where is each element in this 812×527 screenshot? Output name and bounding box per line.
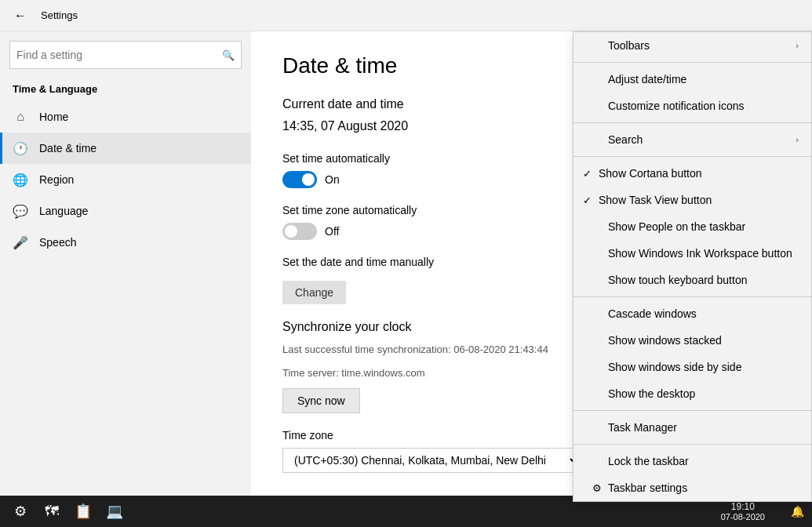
sidebar-item-region-label: Region <box>39 173 74 186</box>
context-menu-item-ink-btn[interactable]: Show Windows Ink Workspace button <box>573 240 811 267</box>
context-menu-item-search[interactable]: Search› <box>573 126 811 153</box>
menu-separator <box>573 122 811 123</box>
change-button[interactable]: Change <box>282 281 346 304</box>
context-menu-item-label: Show windows stacked <box>608 334 799 347</box>
app-title: Settings <box>41 9 78 21</box>
sidebar-item-region[interactable]: 🌐 Region <box>0 164 251 195</box>
context-menu-item-taskview-btn[interactable]: ✓Show Task View button <box>573 187 811 213</box>
time-auto-state: On <box>325 173 340 186</box>
title-bar: ← Settings <box>0 0 812 31</box>
context-menu-item-label: Show People on the taskbar <box>608 220 799 233</box>
taskbar-icon-2[interactable]: 🗺 <box>38 497 66 525</box>
sidebar-item-language[interactable]: 💬 Language <box>0 195 251 227</box>
back-icon: ← <box>14 9 27 23</box>
back-button[interactable]: ← <box>9 5 31 27</box>
timezone-auto-state: Off <box>325 225 339 238</box>
sidebar-section-label: Time & Language <box>0 78 251 101</box>
context-menu-item-label: Show touch keyboard button <box>608 274 799 286</box>
language-icon: 💬 <box>13 203 28 219</box>
context-menu-item-label: Show Task View button <box>599 194 799 206</box>
clock-icon: 🕐 <box>13 140 28 156</box>
timezone-select[interactable]: (UTC+05:30) Chennai, Kolkata, Mumbai, Ne… <box>282 448 581 473</box>
taskbar-clock: 19:10 <box>721 501 765 512</box>
menu-separator <box>573 296 811 297</box>
taskbar-icon-4[interactable]: 💻 <box>100 497 129 525</box>
sync-button[interactable]: Sync now <box>282 388 360 413</box>
search-icon: 🔍 <box>222 49 235 61</box>
context-menu-item-label: Search <box>608 133 796 146</box>
taskbar-icon-3[interactable]: 📋 <box>69 497 97 525</box>
context-menu-item-label: Task Manager <box>608 421 799 434</box>
context-menu-item-desktop[interactable]: Show the desktop <box>573 380 811 407</box>
menu-separator <box>573 410 811 411</box>
context-menu-item-touch-keyboard[interactable]: Show touch keyboard button <box>573 267 811 293</box>
sidebar-item-date-time-label: Date & time <box>39 142 96 154</box>
chevron-right-icon: › <box>796 135 799 144</box>
check-icon: ✓ <box>583 168 595 180</box>
toggle-knob-on <box>302 173 315 186</box>
sidebar-item-speech[interactable]: 🎤 Speech <box>0 227 251 258</box>
context-menu-item-label: Lock the taskbar <box>608 455 799 467</box>
menu-separator <box>573 444 811 445</box>
context-menu-item-label: Show Windows Ink Workspace button <box>608 247 799 260</box>
context-menu-item-label: Customize notification icons <box>608 100 799 112</box>
menu-separator <box>573 156 811 157</box>
context-menu-item-label: Show the desktop <box>608 387 799 400</box>
sidebar-item-home[interactable]: ⌂ Home <box>0 101 251 133</box>
context-menu-item-label: Show windows side by side <box>608 361 799 373</box>
context-menu-item-lock-taskbar[interactable]: Lock the taskbar <box>573 448 811 474</box>
sidebar-item-home-label: Home <box>39 111 68 123</box>
taskbar-time: 19:10 07-08-2020 <box>721 501 765 522</box>
sidebar: 🔍 Time & Language ⌂ Home 🕐 Date & time 🌐… <box>0 31 251 496</box>
context-menu-item-taskbar-settings[interactable]: ⚙Taskbar settings <box>573 474 811 501</box>
context-menu-item-label: Adjust date/time <box>608 73 799 85</box>
context-menu-item-stacked[interactable]: Show windows stacked <box>573 327 811 354</box>
context-menu-item-label: Taskbar settings <box>608 482 799 494</box>
sidebar-item-date-time[interactable]: 🕐 Date & time <box>0 133 251 164</box>
chevron-right-icon: › <box>796 41 799 50</box>
search-input[interactable] <box>16 49 222 61</box>
sidebar-item-language-label: Language <box>39 205 88 217</box>
check-icon: ✓ <box>583 194 595 206</box>
taskbar-date: 07-08-2020 <box>721 512 765 522</box>
sidebar-item-speech-label: Speech <box>39 236 76 249</box>
speech-icon: 🎤 <box>13 234 28 250</box>
toggle-knob-off <box>285 225 297 238</box>
context-menu-item-adjust-datetime[interactable]: Adjust date/time <box>573 66 811 93</box>
context-menu-item-task-manager[interactable]: Task Manager <box>573 414 811 441</box>
context-menu-item-toolbars[interactable]: Toolbars› <box>573 32 811 59</box>
context-menu-item-label: Show Cortana button <box>599 167 799 180</box>
search-box[interactable]: 🔍 <box>9 41 242 69</box>
context-menu-item-cascade[interactable]: Cascade windows <box>573 300 811 327</box>
context-menu-item-cortana-btn[interactable]: ✓Show Cortana button <box>573 160 811 187</box>
region-icon: 🌐 <box>13 172 28 187</box>
menu-separator <box>573 62 811 63</box>
gear-icon: ⚙ <box>592 482 602 494</box>
time-auto-toggle[interactable] <box>282 171 317 188</box>
context-menu: Toolbars›Adjust date/timeCustomize notif… <box>573 31 812 502</box>
context-menu-item-customize-notif[interactable]: Customize notification icons <box>573 93 811 119</box>
context-menu-item-label: Cascade windows <box>608 307 799 320</box>
timezone-auto-toggle[interactable] <box>282 223 317 240</box>
context-menu-item-people-btn[interactable]: Show People on the taskbar <box>573 213 811 240</box>
context-menu-item-label: Toolbars <box>608 39 796 52</box>
home-icon: ⌂ <box>13 109 28 125</box>
context-menu-item-side-by-side[interactable]: Show windows side by side <box>573 354 811 380</box>
taskbar-settings-icon[interactable]: ⚙ <box>6 497 35 525</box>
taskbar-notification-icon[interactable]: 🔔 <box>791 505 804 518</box>
